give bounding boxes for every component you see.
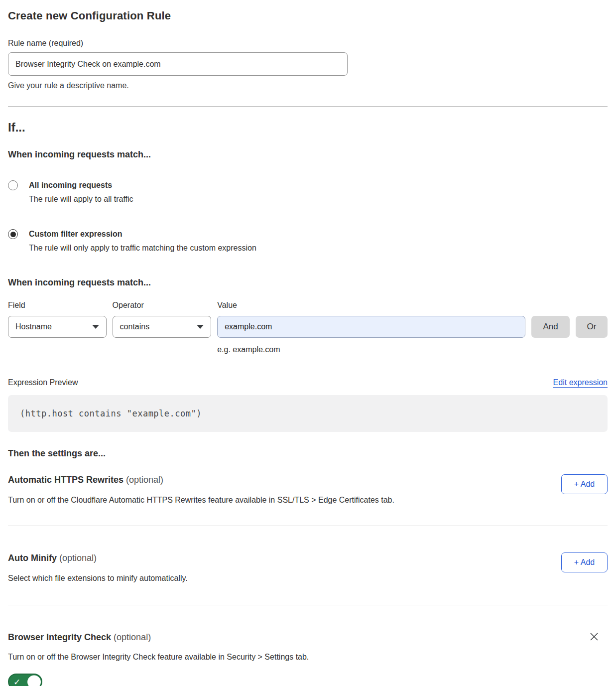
check-icon: ✓: [13, 677, 20, 686]
if-heading: If...: [8, 120, 608, 135]
setting-title: Browser Integrity Check (optional): [8, 631, 151, 643]
radio-option-custom-filter[interactable]: Custom filter expression The rule will o…: [8, 228, 608, 254]
field-select-value: Hostname: [15, 322, 52, 331]
field-select[interactable]: Hostname: [8, 316, 107, 338]
operator-label: Operator: [113, 299, 212, 311]
edit-expression-link[interactable]: Edit expression: [553, 377, 608, 389]
setting-browser-integrity-check: Browser Integrity Check (optional) Turn …: [8, 631, 608, 686]
chevron-down-icon: [197, 325, 204, 329]
setting-divider: [8, 526, 608, 526]
setting-divider: [8, 605, 608, 605]
setting-title: Auto Minify (optional): [8, 552, 188, 564]
add-auto-minify-button[interactable]: + Add: [561, 552, 608, 572]
rule-name-input[interactable]: [8, 52, 348, 76]
operator-select[interactable]: contains: [113, 316, 212, 338]
close-icon: [589, 631, 600, 642]
browser-integrity-check-toggle[interactable]: ✓: [8, 674, 42, 686]
chevron-down-icon: [92, 325, 99, 329]
toggle-knob: [27, 675, 41, 686]
radio-option-label: All incoming requests: [29, 179, 133, 191]
setting-title: Automatic HTTPS Rewrites (optional): [8, 474, 394, 486]
optional-tag: (optional): [114, 632, 151, 642]
setting-description: Select which file extensions to minify a…: [8, 572, 188, 584]
radio-option-description: The rule will apply to all traffic: [29, 193, 133, 205]
section-divider: [8, 106, 608, 107]
match-heading: When incoming requests match...: [8, 148, 608, 160]
value-label: Value: [217, 299, 525, 311]
then-settings-heading: Then the settings are...: [8, 447, 608, 459]
setting-automatic-https-rewrites: Automatic HTTPS Rewrites (optional) Turn…: [8, 474, 608, 506]
value-input[interactable]: [217, 316, 525, 338]
rule-name-helper: Give your rule a descriptive name.: [8, 80, 608, 92]
optional-tag: (optional): [59, 553, 97, 563]
filter-builder-row: Field Hostname Operator contains Value e…: [8, 299, 608, 356]
radio-unselected-icon[interactable]: [8, 180, 18, 190]
page-title: Create new Configuration Rule: [8, 9, 608, 22]
or-button[interactable]: Or: [576, 316, 608, 338]
radio-option-label: Custom filter expression: [29, 228, 256, 240]
value-helper: e.g. example.com: [217, 344, 525, 356]
rule-name-label: Rule name (required): [8, 37, 608, 49]
expression-preview-code: (http.host contains "example.com"): [8, 395, 608, 432]
remove-setting-button[interactable]: [588, 630, 601, 643]
setting-auto-minify: Auto Minify (optional) Select which file…: [8, 552, 608, 584]
operator-select-value: contains: [120, 322, 150, 331]
field-label: Field: [8, 299, 107, 311]
radio-option-all-incoming[interactable]: All incoming requests The rule will appl…: [8, 179, 608, 205]
create-configuration-rule-form: Create new Configuration Rule Rule name …: [0, 0, 616, 686]
filter-heading: When incoming requests match...: [8, 276, 608, 288]
radio-option-description: The rule will only apply to traffic matc…: [29, 242, 256, 254]
expression-preview-label: Expression Preview: [8, 377, 78, 389]
setting-description: Turn on or off the Cloudflare Automatic …: [8, 494, 394, 506]
expression-preview-header: Expression Preview Edit expression: [8, 377, 608, 389]
add-automatic-https-rewrites-button[interactable]: + Add: [561, 474, 608, 494]
setting-description: Turn on or off the Browser Integrity Che…: [8, 651, 608, 663]
radio-selected-icon[interactable]: [8, 229, 18, 239]
optional-tag: (optional): [126, 475, 163, 485]
and-button[interactable]: And: [531, 316, 570, 338]
